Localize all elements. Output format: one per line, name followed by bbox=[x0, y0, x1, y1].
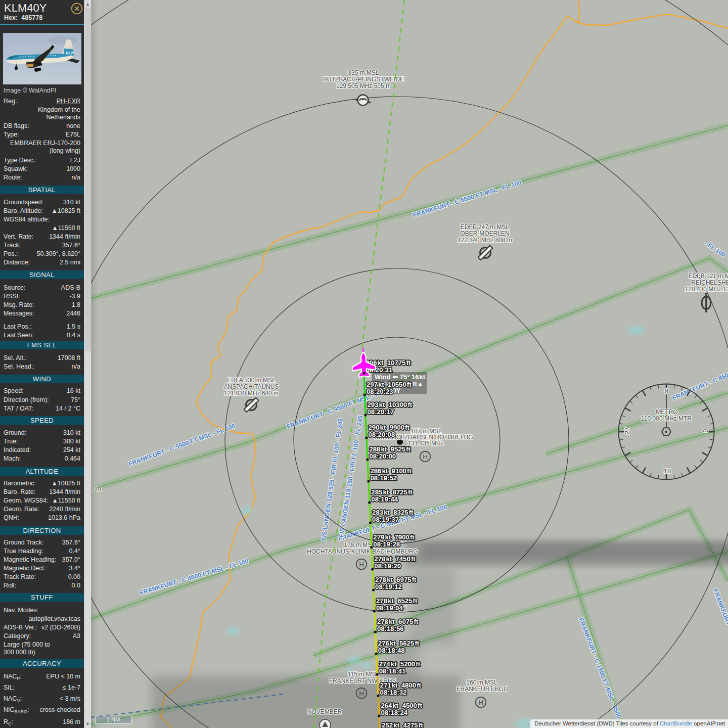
svg-text:OBER-MOERLEN: OBER-MOERLEN bbox=[460, 230, 509, 237]
svg-text:115 m MSL: 115 m MSL bbox=[348, 671, 379, 678]
svg-text:08:18:32: 08:18:32 bbox=[380, 689, 407, 696]
svg-text:131.435 MHz: 131.435 MHz bbox=[407, 440, 443, 447]
svg-text:BUTZBACH-PFINGSTWEIDE: BUTZBACH-PFINGSTWEIDE bbox=[323, 76, 404, 83]
svg-text:160 m MSL: 160 m MSL bbox=[466, 679, 497, 686]
svg-text:278 kt 6525 ft: 278 kt 6525 ft bbox=[376, 597, 418, 605]
svg-text:FRANKFURT BGU: FRANKFURT BGU bbox=[457, 686, 508, 693]
svg-text:EDFA 330 m MSL: EDFA 330 m MSL bbox=[227, 377, 276, 384]
svg-text:08:19:52: 08:19:52 bbox=[370, 474, 397, 482]
svg-text:18: 18 bbox=[664, 467, 671, 475]
svg-text:METRO: METRO bbox=[656, 408, 677, 416]
svg-text:H: H bbox=[359, 690, 364, 697]
svg-text:129.505 MHz 505 m: 129.505 MHz 505 m bbox=[336, 82, 391, 89]
svg-text:335 m MSL: 335 m MSL bbox=[348, 69, 379, 76]
svg-text:121.030 MHz 640 m: 121.030 MHz 640 m bbox=[224, 390, 279, 397]
svg-text:122.340 MHz 808 m: 122.340 MHz 808 m bbox=[458, 237, 512, 244]
svg-text:EDFP 247 m MSL: EDFP 247 m MSL bbox=[461, 223, 510, 231]
svg-text:08:19:12: 08:19:12 bbox=[375, 583, 402, 590]
svg-text:08:18:48: 08:18:48 bbox=[378, 647, 405, 654]
svg-text:293 kt 10300 ft: 293 kt 10300 ft bbox=[368, 401, 413, 408]
svg-text:278 kt 6075 ft: 278 kt 6075 ft bbox=[377, 618, 419, 625]
svg-text:290 kt 9900 ft: 290 kt 9900 ft bbox=[369, 424, 410, 431]
svg-text:276 kt 5625 ft: 276 kt 5625 ft bbox=[378, 640, 420, 647]
svg-text:FRANKFURT - C 5500 FT MSL - FL: FRANKFURT - C 5500 FT MSL - FL 100 bbox=[412, 179, 522, 219]
svg-text:08:19:04: 08:19:04 bbox=[376, 604, 403, 612]
svg-text:278 kt 6975 ft: 278 kt 6975 ft bbox=[375, 576, 417, 583]
svg-text:286 kt 9100 ft: 286 kt 9100 ft bbox=[370, 467, 412, 475]
svg-text:H: H bbox=[359, 561, 364, 568]
svg-text:264 kt 4500 ft: 264 kt 4500 ft bbox=[381, 702, 422, 709]
svg-text:EDFB 121 m MSL: EDFB 121 m MSL bbox=[689, 272, 728, 280]
svg-text:08:19:37: 08:19:37 bbox=[372, 516, 399, 523]
svg-text:REICHELSHEIM: REICHELSHEIM bbox=[691, 279, 728, 286]
svg-text:FRANKFURT - C 4500 FT MSL - FL: FRANKFURT - C 4500 FT MSL - FL 100 bbox=[139, 558, 250, 597]
svg-text:ANSPACH/TAUNUS: ANSPACH/TAUNUS bbox=[224, 383, 279, 390]
svg-text:FRANKFURT - C 1500 FT MSL: FRANKFURT - C 1500 FT MSL bbox=[712, 588, 728, 673]
svg-text:08:18:56: 08:18:56 bbox=[377, 625, 404, 632]
svg-text:6: 6 bbox=[702, 429, 709, 432]
svg-text:H: H bbox=[478, 699, 483, 706]
svg-text:27: 27 bbox=[623, 427, 631, 434]
svg-text:274 kt 5200 ft: 274 kt 5200 ft bbox=[379, 660, 421, 668]
svg-text:08:20:17: 08:20:17 bbox=[368, 408, 394, 416]
svg-text:- FL 100: - FL 100 bbox=[703, 240, 727, 258]
svg-text:279 kt 7900 ft: 279 kt 7900 ft bbox=[373, 533, 415, 541]
svg-text:283 kt 8325 ft: 283 kt 8325 ft bbox=[372, 509, 414, 516]
svg-text:297 kt 10550 ft: 297 kt 10550 ft bbox=[367, 381, 412, 388]
svg-text:110.000 MHz MTR: 110.000 MHz MTR bbox=[641, 415, 692, 422]
svg-text:FRANKFURT - C 1500 FT MSL - 35: FRANKFURT - C 1500 FT MSL - 3500 bbox=[577, 617, 622, 719]
svg-text:08:19:20: 08:19:20 bbox=[374, 562, 401, 570]
svg-text:08:18:24: 08:18:24 bbox=[381, 709, 407, 716]
svg-text:08:18:41: 08:18:41 bbox=[379, 667, 406, 675]
svg-text:08:19:28: 08:19:28 bbox=[373, 540, 400, 548]
svg-text:08:20:23: 08:20:23 bbox=[367, 388, 393, 395]
svg-text:0 m: 0 m bbox=[91, 485, 101, 492]
svg-text:285 kt 8725 ft: 285 kt 8725 ft bbox=[371, 488, 413, 496]
svg-text:08:20:00: 08:20:00 bbox=[369, 452, 396, 460]
svg-text:0: 0 bbox=[664, 387, 668, 395]
svg-text:271 kt 4800 ft: 271 kt 4800 ft bbox=[380, 681, 422, 689]
svg-text:08:19:44: 08:19:44 bbox=[371, 495, 398, 503]
svg-text:NOVEMBER: NOVEMBER bbox=[307, 708, 342, 715]
svg-text:288 kt 9525 ft: 288 kt 9525 ft bbox=[369, 445, 411, 453]
svg-text:H: H bbox=[423, 453, 428, 461]
svg-text:Wind ⇐ 75° 16 kt: Wind ⇐ 75° 16 kt bbox=[375, 373, 426, 381]
svg-text:HOCHTAUNUS-KLINIK BAD HOMBURG: HOCHTAUNUS-KLINIK BAD HOMBURG bbox=[307, 548, 418, 555]
svg-text:120.430 MHz 1300 m: 120.430 MHz 1300 m bbox=[685, 286, 728, 293]
svg-text:252 kt 4275 ft: 252 kt 4275 ft bbox=[382, 721, 423, 728]
svg-text:278 kt 7450 ft: 278 kt 7450 ft bbox=[374, 555, 416, 563]
svg-text:08:20:08: 08:20:08 bbox=[369, 431, 395, 438]
